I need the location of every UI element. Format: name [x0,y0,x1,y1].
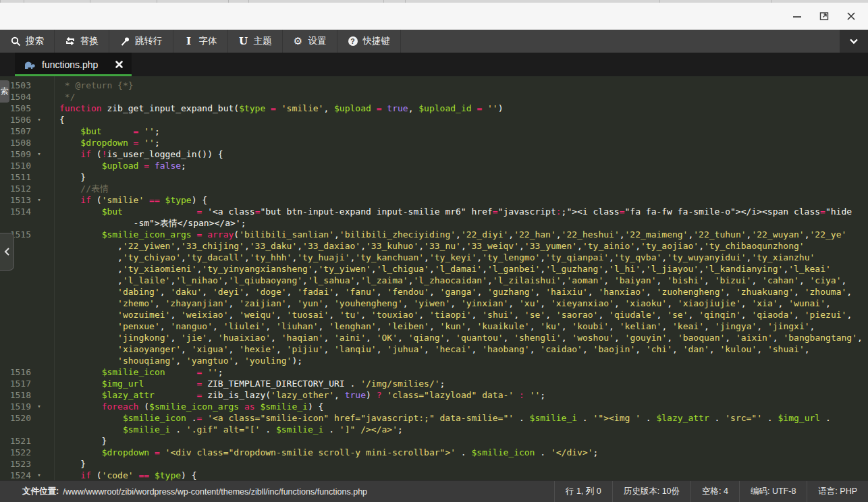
toolbar-button-label: 设置 [308,35,327,47]
code-line[interactable]: 1522 $dropdown = '<div class="dropdown-s… [0,447,868,458]
fold-arrow-icon[interactable]: ▾ [34,401,45,412]
fold-gutter [34,366,45,378]
code-line[interactable]: 1517 $img_url = ZIB_TEMPLATE_DIRECTORY_U… [0,378,868,389]
code-line[interactable]: 1518 $lazy_attr = zib_is_lazy('lazy_othe… [0,389,868,401]
line-number: 1519 [0,401,34,412]
line-text: //表情 [45,183,109,194]
toolbar-button-font[interactable]: I字体 [173,30,228,53]
code-line[interactable]: 1516 $smilie_icon = ''; [0,366,868,378]
fold-arrow-icon[interactable]: ▾ [34,194,45,206]
line-number: 1511 [0,171,34,183]
code-line[interactable]: 'penxue', 'nanguo', 'liulei', 'liuhan', … [0,320,868,332]
code-line[interactable]: ,'l_laile','l_nihao','l_qiubaoyang','l_s… [0,275,868,286]
code-line[interactable]: 1521 } [0,435,868,447]
line-text: -sm">表情</span></a>'; [45,217,246,229]
code-line[interactable]: 1507 $but = ''; [0,125,868,137]
php-file-icon [23,60,36,69]
code-line[interactable]: ,'ty_chiyao','ty_dacall','ty_hhh','ty_hu… [0,252,868,263]
search-handle-label: 索 [1,86,9,97]
line-text: $smilie_icon_args = array('bilibili_sanl… [45,229,846,240]
collapse-panel-handle[interactable] [0,233,14,271]
maximize-button[interactable] [814,7,834,25]
code-line[interactable]: 1509▾ if (!is_user_logged_in()) { [0,148,868,160]
fold-gutter [34,240,45,252]
code-line[interactable]: 1515 $smilie_icon_args = array('bilibili… [0,229,868,240]
toolbar-button-help[interactable]: ?快捷键 [337,30,402,53]
code-line[interactable]: 1505function zib_get_input_expand_but($t… [0,103,868,114]
fold-gutter [34,160,45,171]
line-text: } [45,171,86,183]
status-item-0[interactable]: 行 1, 列 0 [554,481,612,502]
code-line[interactable]: $smilie_i . '.gif" alt="[' . $smilie_i .… [0,424,868,435]
toolbar-button-search[interactable]: 搜索 [0,30,55,53]
toolbar-expand-button[interactable] [840,30,868,53]
code-line[interactable]: 'dabing', 'daku', 'deyi', 'doge', 'fadai… [0,286,868,298]
line-number: 1516 [0,366,34,378]
code-line[interactable]: ,'22_yiwen','33_chijing','33_daku','33_d… [0,240,868,252]
fold-gutter [34,91,45,103]
line-number [0,332,34,343]
code-line[interactable]: 'jingkong', 'jie', 'huaixiao', 'haqian',… [0,332,868,343]
code-line[interactable]: 1511 } [0,171,868,183]
line-number [0,424,34,435]
toolbar-button-settings[interactable]: ⚙设置 [283,30,337,53]
code-line[interactable]: -sm">表情</span></a>'; [0,217,868,229]
toolbar-button-label: 搜索 [26,35,44,47]
status-item-3[interactable]: 编码: UTF-8 [739,481,807,502]
code-line[interactable]: 1513▾ if ('smilie' == $type) { [0,194,868,206]
code-editor[interactable]: 索 1503 * @return {*}1504 */1505function … [0,76,868,480]
code-lines: 1503 * @return {*}1504 */1505function zi… [0,76,868,480]
search-panel-handle[interactable]: 索 [0,80,9,103]
line-text: 'penxue', 'nanguo', 'liulei', 'liuhan', … [45,320,815,332]
help-icon: ? [348,36,358,47]
goto-icon [119,36,130,47]
code-line[interactable]: 1503 * @return {*} [0,80,868,91]
tab-functions-php[interactable]: functions.php [15,53,132,76]
fold-gutter [34,435,45,447]
line-text: ,'ty_xiaomieni','ty_yinyangxiansheng','t… [45,263,831,275]
code-line[interactable]: 1508 $dropdown = ''; [0,137,868,148]
toolbar-button-label: 主题 [254,35,272,47]
toolbar-button-theme[interactable]: U主题 [228,30,283,53]
status-item-2[interactable]: 空格: 4 [690,481,739,502]
line-number: 1513 [0,194,34,206]
fold-gutter [34,275,45,286]
minimize-button[interactable] [787,7,807,25]
line-text: $but = '<a class="but btn-input-expand i… [45,206,852,217]
code-line[interactable]: 1512 //表情 [0,183,868,194]
line-number [0,275,34,286]
line-text: if ('smilie' == $type) { [45,194,207,206]
fold-arrow-icon[interactable]: ▾ [34,114,45,125]
code-line[interactable]: 'wozuimei', 'weixiao', 'weiqu', 'tuosai'… [0,309,868,320]
tab-close-button[interactable] [115,60,124,69]
code-line[interactable]: 1520 $smilie_icon .= '<a class="smilie-i… [0,412,868,424]
code-line[interactable]: 'zhemo', 'zhayanjian', 'zaijian', 'yun',… [0,298,868,309]
status-item-1[interactable]: 历史版本: 10份 [612,481,690,502]
file-location: 文件位置: /www/wwwroot/zibi/wordpress/wp-con… [0,481,554,502]
maximize-icon [819,11,830,22]
code-line[interactable]: 1524▾ if ('code' == $type) { [0,470,868,480]
fold-gutter [34,252,45,263]
code-line[interactable]: ,'ty_xiaomieni','ty_yinyangxiansheng','t… [0,263,868,275]
code-line[interactable]: 1510 $upload = false; [0,160,868,171]
line-text: $dropdown = '<div class="dropdown-smilie… [45,447,598,458]
file-path: /www/wwwroot/zibi/wordpress/wp-content/t… [63,487,367,497]
fold-arrow-icon[interactable]: ▾ [34,470,45,480]
code-line[interactable]: 1523 } [0,458,868,470]
close-button[interactable] [841,7,861,25]
code-line[interactable]: 'shouqiang', 'yangtuo', 'youling'); [0,355,868,366]
fold-arrow-icon[interactable]: ▾ [34,148,45,160]
fold-gutter [34,80,45,91]
code-line[interactable]: 1504 */ [0,91,868,103]
code-line[interactable]: 1506▾{ [0,114,868,125]
code-line[interactable]: 'xiaoyanger', 'xigua', 'hexie', 'pijiu',… [0,343,868,355]
search-icon [10,36,21,47]
line-number: 1509 [0,148,34,160]
status-item-4[interactable]: 语言: PHP [807,481,868,502]
line-number: 1508 [0,137,34,148]
code-line[interactable]: 1519▾ foreach ($smilie_icon_args as $smi… [0,401,868,412]
line-text: 'jingkong', 'jie', 'huaixiao', 'haqian',… [45,332,863,343]
toolbar-button-replace[interactable]: 替换 [55,30,109,53]
code-line[interactable]: 1514 $but = '<a class="but btn-input-exp… [0,206,868,217]
toolbar-button-goto[interactable]: 跳转行 [109,30,173,53]
